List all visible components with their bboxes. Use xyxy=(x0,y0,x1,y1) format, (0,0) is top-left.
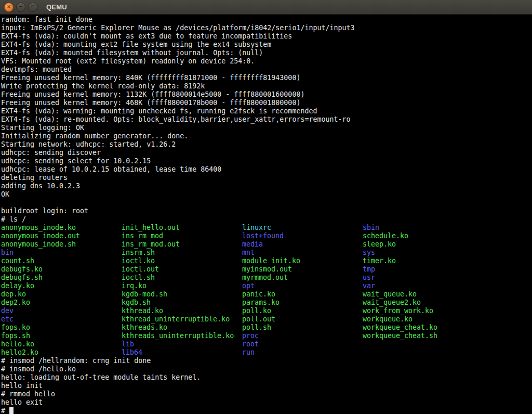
console-line: Freeing unused kernel memory: 468K (ffff… xyxy=(1,99,532,107)
ls-entry: kgdb.sh xyxy=(122,299,242,307)
ls-entry: myinsmod.out xyxy=(242,265,363,274)
console-line: Write protecting the kernel read-only da… xyxy=(1,82,532,90)
ls-entry: etc xyxy=(1,315,122,324)
console-line: EXT4-fs (vda): warning: mounting uncheck… xyxy=(1,107,532,115)
ls-entry: poll.sh xyxy=(242,324,363,332)
console-line: EXT4-fs (vda): couldn't mount as ext3 du… xyxy=(1,32,532,41)
ls-entry: delay.ko xyxy=(1,282,122,290)
titlebar[interactable]: QEMU xyxy=(0,0,532,15)
ls-entry: workqueue_cheat.ko xyxy=(363,324,483,332)
ls-entry: usr xyxy=(363,274,483,282)
ls-column: linuxrclost+foundmediamntmodule_init.kom… xyxy=(242,224,363,357)
ls-entry: media xyxy=(242,240,363,249)
ls-entry: kgdb-mod.sh xyxy=(122,290,242,299)
ls-output: anonymous_inode.koanonymous_inode.outano… xyxy=(1,224,532,357)
ls-entry: workqueue.ko xyxy=(363,315,483,324)
ls-entry: ioctl.sh xyxy=(122,274,242,282)
ls-entry: kthread_uninterruptible.ko xyxy=(122,315,242,324)
prompt-text: # xyxy=(1,407,9,414)
console-line: # insmod /hellrandom: crng init done xyxy=(1,357,532,365)
text-cursor xyxy=(9,407,14,414)
console-line: Starting network: udhcpc: started, v1.26… xyxy=(1,140,532,149)
console-line: # ls / xyxy=(1,215,532,224)
console-line: udhcpc: sending discover xyxy=(1,149,532,157)
console-line: adding dns 10.0.2.3 xyxy=(1,182,532,190)
terminal-screen[interactable]: random: fast init doneinput: ImExPS/2 Ge… xyxy=(0,15,532,414)
ls-entry: init_hello.out xyxy=(122,224,242,232)
console-line: Starting logging: OK xyxy=(1,124,532,132)
minimize-button[interactable] xyxy=(16,3,25,12)
ls-entry: run xyxy=(242,348,363,357)
ls-entry: poll.ko xyxy=(242,307,363,315)
ls-entry: wait_queue.ko xyxy=(363,290,483,299)
ls-entry: ioctl.out xyxy=(122,265,242,274)
maximize-button[interactable] xyxy=(28,3,37,12)
console-line: deleting routers xyxy=(1,174,532,182)
ls-entry: anonymous_inode.ko xyxy=(1,224,122,232)
ls-entry: hello.ko xyxy=(1,340,122,348)
ls-entry: lost+found xyxy=(242,232,363,240)
ls-entry: myrmmod.out xyxy=(242,274,363,282)
console-line: Initializing random number generator... … xyxy=(1,132,532,140)
ls-entry: params.ko xyxy=(242,299,363,307)
ls-entry: kthreads.ko xyxy=(122,324,242,332)
ls-entry: ins_rm_mod.out xyxy=(122,240,242,249)
ls-entry: work_from_work.ko xyxy=(363,307,483,315)
console-line: devtmpfs: mounted xyxy=(1,66,532,74)
ls-entry: sleep.ko xyxy=(363,240,483,249)
console-line: hello init xyxy=(1,382,532,390)
console-line: EXT4-fs (vda): mounting ext2 file system… xyxy=(1,41,532,49)
ls-entry: root xyxy=(242,340,363,348)
ls-entry: lib64 xyxy=(122,348,242,357)
close-button[interactable] xyxy=(4,3,14,12)
ls-entry: count.sh xyxy=(1,257,122,265)
ls-entry: linuxrc xyxy=(242,224,363,232)
ls-entry: kthread.ko xyxy=(122,307,242,315)
ls-entry: anonymous_inode.sh xyxy=(1,240,122,249)
console-line: input: ImExPS/2 Generic Explorer Mouse a… xyxy=(1,24,532,32)
console-line: buildroot login: root xyxy=(1,207,532,215)
ls-entry: kthreads_uninterruptible.ko xyxy=(122,332,242,340)
ls-entry: panic.ko xyxy=(242,290,363,299)
ls-entry: proc xyxy=(242,332,363,340)
console-line: udhcpc: lease of 10.0.2.15 obtained, lea… xyxy=(1,165,532,174)
ls-entry: var xyxy=(363,282,483,290)
console-line: VFS: Mounted root (ext2 filesystem) read… xyxy=(1,57,532,66)
ls-entry: mnt xyxy=(242,249,363,257)
qemu-window: QEMU random: fast init doneinput: ImExPS… xyxy=(0,0,532,414)
ls-entry: debugfs.ko xyxy=(1,265,122,274)
ls-entry: workqueue_cheat.sh xyxy=(363,332,483,340)
ls-entry: ins_rm_mod xyxy=(122,232,242,240)
ls-entry: tmp xyxy=(363,265,483,274)
ls-entry: dev xyxy=(1,307,122,315)
ls-column: init_hello.outins_rm_modins_rm_mod.outin… xyxy=(122,224,242,357)
console-line: udhcpc: sending select for 10.0.2.15 xyxy=(1,157,532,165)
ls-entry: hello2.ko xyxy=(1,348,122,357)
ls-entry: schedule.ko xyxy=(363,232,483,240)
console-line: hello: loading out-of-tree module taints… xyxy=(1,373,532,382)
ls-entry: sbin xyxy=(363,224,483,232)
console-line: hello exit xyxy=(1,398,532,407)
console-line: EXT4-fs (vda): re-mounted. Opts: block_v… xyxy=(1,115,532,124)
ls-column: anonymous_inode.koanonymous_inode.outano… xyxy=(1,224,122,357)
console-line xyxy=(1,199,532,207)
ls-entry: wait_queue2.ko xyxy=(363,299,483,307)
ls-entry: bin xyxy=(1,249,122,257)
ls-entry: lib xyxy=(122,340,242,348)
shell-prompt: # xyxy=(1,407,532,414)
ls-entry: dep2.ko xyxy=(1,299,122,307)
console-line: random: fast init done xyxy=(1,16,532,24)
ls-entry: fops.sh xyxy=(1,332,122,340)
ls-entry: ioctl.ko xyxy=(122,257,242,265)
ls-entry: dep.ko xyxy=(1,290,122,299)
ls-entry: debugfs.sh xyxy=(1,274,122,282)
ls-column: sbinschedule.kosleep.kosystimer.kotmpusr… xyxy=(363,224,483,357)
ls-entry: poll.out xyxy=(242,315,363,324)
ls-entry: insrm.sh xyxy=(122,249,242,257)
ls-entry: fops.ko xyxy=(1,324,122,332)
console-line: Freeing unused kernel memory: 1132K (fff… xyxy=(1,90,532,99)
console-line: # rmmod hello xyxy=(1,390,532,398)
ls-entry: module_init.ko xyxy=(242,257,363,265)
console-line: Freeing unused kernel memory: 840K (ffff… xyxy=(1,74,532,82)
ls-entry: opt xyxy=(242,282,363,290)
